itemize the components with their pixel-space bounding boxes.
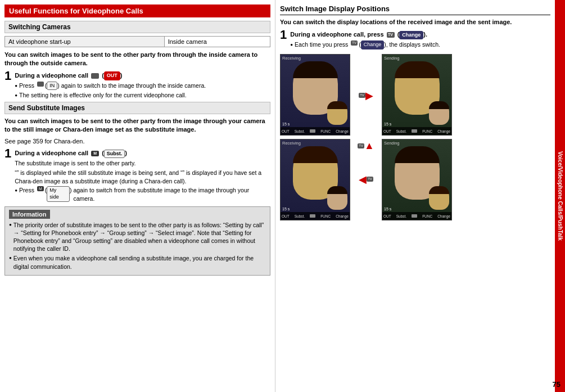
switch-step1-label: During a videophone call, press TV (Chan… (290, 30, 550, 39)
menu-icon: M (91, 151, 99, 156)
screen-sending-4: Sending 15 s OUT Subst. (382, 139, 452, 220)
in-key: IN (47, 82, 57, 91)
info-item-1: The priority order of substitute images … (9, 221, 266, 253)
switch-bullet1: Each time you press TV (Change) , the di… (290, 40, 550, 49)
screen-receiving-3: Receiving 15 s OUT Subst. (280, 139, 350, 220)
camera-tv-icon-2: TV (351, 40, 358, 46)
substitute-step1: 1 During a videophone call M (Subst.) Th… (4, 148, 270, 202)
camera-table-col1: At videophone start-up (5, 37, 165, 47)
myside-key: My side (47, 186, 70, 201)
right-panel: Switch Image Display Positions You can s… (275, 0, 555, 225)
subst-key: Subst. (104, 150, 125, 159)
side-tab: Voice/Videophone Calls/PushTalk (555, 0, 565, 392)
camera-tv-icon: TV (387, 32, 395, 38)
screens-left-col: Receiving 15 s OUT (280, 54, 350, 220)
arrows-col: TV ▶ TV ▲ ◀ TV (355, 89, 377, 186)
screen-sending-2: Sending 15 s OUT (382, 54, 452, 136)
camera-table-col2: Inside camera (164, 37, 270, 47)
step-number-1: 1 (4, 70, 11, 82)
switch-step-number: 1 (280, 29, 287, 41)
information-title: Information (9, 210, 50, 219)
switch-step1-content: During a videophone call, press TV (Chan… (290, 30, 550, 49)
substitute-body: You can switch images to be sent to the … (4, 117, 270, 134)
substitute-detail2: “” is displayed while the still substitu… (15, 169, 270, 185)
switching-step1: 1 During a videophone call (OUT) Press (… (4, 71, 270, 100)
arrow-up-mid: TV ▲ (358, 140, 374, 152)
info-item-2: Even when you make a videophone call sen… (9, 254, 266, 270)
left-panel: Useful Functions for Videophone Calls Sw… (0, 0, 275, 392)
change-key: Change (399, 31, 423, 40)
page-number: 75 (553, 380, 561, 389)
camera-tv-icon-arr3: TV (367, 177, 373, 182)
substitute-bullet1: Press M (My side) again to switch from t… (15, 186, 270, 202)
right-wrapper: Switch Image Display Positions You can s… (275, 0, 565, 392)
switching-step1-label: During a videophone call (OUT) (15, 71, 270, 80)
information-box: Information The priority order of substi… (4, 206, 270, 276)
switch-step1: 1 During a videophone call, press TV (Ch… (280, 30, 550, 49)
camera-tv-icon-arr2: TV (358, 143, 364, 148)
switching-bullet1: Press (IN) again to switch to the image … (15, 82, 270, 91)
step-number-sub1: 1 (4, 147, 11, 160)
right-content: Switch Image Display Positions You can s… (275, 0, 565, 392)
substitute-images-title: Send Substitute Images (4, 102, 270, 114)
section-title: Useful Functions for Videophone Calls (4, 4, 270, 17)
camera-icon-2 (37, 82, 44, 87)
substitute-body2: See page 359 for Chara-den. (4, 137, 270, 146)
switching-bullet2: The setting here is effective only for t… (15, 91, 270, 100)
arrow-left-bot: ◀ TV (359, 173, 373, 186)
change-key-2: Change (361, 40, 385, 49)
switching-cameras-title: Switching Cameras (4, 21, 270, 33)
menu-icon-2: M (37, 186, 44, 191)
right-main: Switch Image Display Positions You can s… (275, 0, 555, 392)
screens-container: Receiving 15 s OUT (280, 54, 550, 220)
camera-tv-icon-arr: TV (359, 93, 365, 98)
out-key: OUT (104, 71, 120, 80)
substitute-step1-label: During a videophone call M (Subst.) (15, 148, 270, 158)
switch-desc: You can switch the display locations of … (280, 18, 550, 26)
screen-receiving-1: Receiving 15 s OUT (280, 54, 350, 136)
substitute-detail: The substitute image is sent to the othe… (15, 159, 270, 168)
switching-body: You can switch images to be sent to the … (4, 51, 270, 68)
screens-right-col: Sending 15 s OUT (382, 54, 452, 220)
camera-table: At videophone start-up Inside camera (4, 36, 270, 47)
arrow-right-top: TV ▶ (359, 89, 373, 102)
right-panel-title: Switch Image Display Positions (280, 4, 550, 15)
switching-step1-content: During a videophone call (OUT) Press (IN… (15, 71, 270, 100)
substitute-step1-content: During a videophone call M (Subst.) The … (15, 148, 270, 202)
camera-icon (91, 73, 99, 79)
